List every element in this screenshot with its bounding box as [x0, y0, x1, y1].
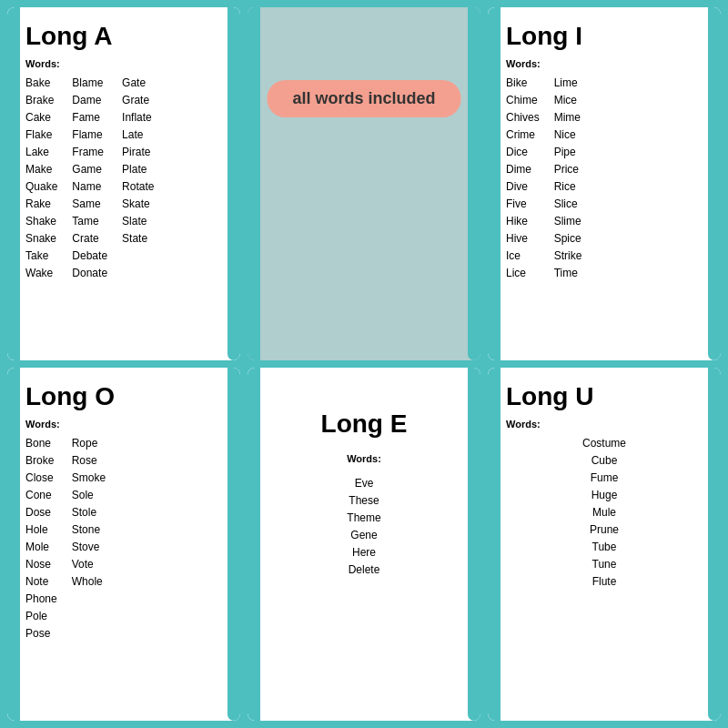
card-long-a: Long A Words: Bake Brake Cake Flake Lake… [7, 7, 240, 360]
long-a-words: Bake Brake Cake Flake Lake Make Quake Ra… [25, 75, 222, 281]
long-e-words-label: Words: [347, 453, 381, 464]
long-a-col-2: Blame Dame Fame Flame Frame Game Name Sa… [72, 75, 107, 281]
long-o-words-label: Words: [25, 419, 222, 430]
long-u-col-1: Costume Cube Fume Huge Mule Prune Tube T… [582, 435, 626, 590]
long-o-words: Bone Broke Close Cone Dose Hole Mole Nos… [25, 435, 222, 642]
long-e-col-1: Eve These Theme Gene Here Delete [347, 475, 380, 578]
long-u-words: Costume Cube Fume Huge Mule Prune Tube T… [506, 435, 703, 590]
long-a-words-label: Words: [25, 58, 222, 69]
long-u-words-label: Words: [506, 419, 703, 430]
long-a-col-1: Bake Brake Cake Flake Lake Make Quake Ra… [25, 75, 57, 281]
banner: all words included [267, 80, 460, 117]
long-a-col-3: Gate Grate Inflate Late Pirate Plate Rot… [122, 75, 154, 281]
long-i-col-1: Bike Chime Chives Crime Dice Dime Dive F… [506, 75, 540, 281]
card-long-u: Long U Words: Costume Cube Fume Huge Mul… [488, 368, 721, 721]
long-u-title: Long U [506, 382, 703, 411]
long-i-col-2: Lime Mice Mime Nice Pipe Price Rice Slic… [554, 75, 582, 281]
long-o-title: Long O [25, 382, 222, 411]
long-e-words: Eve These Theme Gene Here Delete [347, 475, 380, 578]
long-o-col-2: Rope Rose Smoke Sole Stole Stone Stove V… [72, 435, 106, 642]
long-i-words-label: Words: [506, 58, 703, 69]
card-long-i: Long I Words: Bike Chime Chives Crime Di… [488, 7, 721, 360]
long-i-title: Long I [506, 22, 703, 51]
card-long-e: Long E Words: Eve These Theme Gene Here … [248, 368, 480, 721]
long-e-title: Long E [321, 410, 408, 439]
card-top-center [248, 7, 480, 360]
card-long-o: Long O Words: Bone Broke Close Cone Dose… [7, 368, 240, 721]
long-i-words: Bike Chime Chives Crime Dice Dime Dive F… [506, 75, 703, 281]
long-o-col-1: Bone Broke Close Cone Dose Hole Mole Nos… [25, 435, 57, 642]
long-a-title: Long A [25, 22, 222, 51]
